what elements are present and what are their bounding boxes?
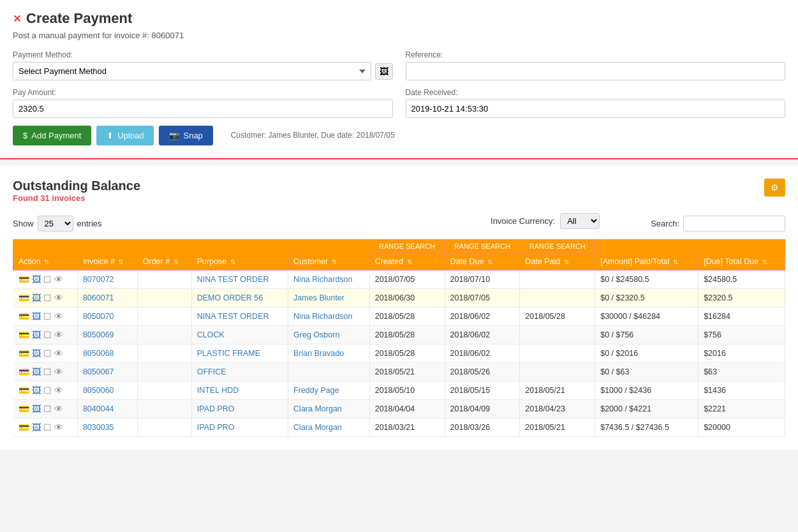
col-invoice[interactable]: Invoice # ⇅ [77,253,137,270]
customer-link[interactable]: Nina Richardson [293,312,352,321]
purpose-link[interactable]: NINA TEST ORDER [197,275,269,284]
checkbox-icon[interactable]: ☐ [43,311,52,321]
checkbox-icon[interactable]: ☐ [43,422,52,432]
view-icon[interactable]: 🖼 [32,330,41,340]
col-paid-total[interactable]: [Amount] Paid/Total ⇅ [595,253,698,270]
eye-icon[interactable]: 👁 [54,274,63,284]
pay-icon[interactable]: 💳 [18,348,29,358]
customer-link[interactable]: Nina Richardson [293,275,352,284]
purpose-link[interactable]: OFFICE [197,367,226,376]
checkbox-icon[interactable]: ☐ [43,330,52,340]
gear-button[interactable]: ⚙ [764,179,785,196]
purpose-cell: IPAD PRO [191,418,288,437]
view-icon[interactable]: 🖼 [32,367,41,377]
order-cell [137,363,191,381]
invoice-link[interactable]: 8050068 [83,349,114,358]
payment-method-select[interactable]: Select Payment Method [13,62,371,80]
col-total-due[interactable]: [Due] Total Due ⇅ [698,253,785,270]
col-order[interactable]: Order # ⇅ [137,253,191,270]
eye-icon[interactable]: 👁 [54,348,63,358]
view-icon[interactable]: 🖼 [32,311,41,321]
pay-icon[interactable]: 💳 [18,274,29,284]
eye-icon[interactable]: 👁 [54,422,63,432]
customer-link[interactable]: James Blunter [293,293,344,302]
upload-button[interactable]: ⬆ Upload [96,126,154,145]
checkbox-icon[interactable]: ☐ [43,367,52,377]
view-icon[interactable]: 🖼 [32,293,41,303]
eye-icon[interactable]: 👁 [54,293,63,303]
eye-icon[interactable]: 👁 [54,385,63,395]
table-row: 💳 🖼 ☐ 👁 8050069 CLOCK Greg Osborn 2018/0… [13,326,785,344]
invoice-link[interactable]: 8050060 [83,386,114,395]
upload-icon: ⬆ [107,131,114,140]
invoice-cell: 8030035 [77,418,137,437]
pay-icon[interactable]: 💳 [18,293,29,303]
customer-cell: Brian Bravado [288,344,370,363]
invoice-link[interactable]: 8070072 [83,275,114,284]
col-created[interactable]: Created ⇅ [369,253,445,270]
customer-link[interactable]: Clara Morgan [293,423,342,432]
invoice-link[interactable]: 8050067 [83,367,114,376]
eye-icon[interactable]: 👁 [54,311,63,321]
invoice-link[interactable]: 8060071 [83,293,114,302]
checkbox-icon[interactable]: ☐ [43,348,52,358]
created-cell: 2018/05/28 [369,344,445,363]
invoice-link[interactable]: 8050069 [83,330,114,339]
checkbox-icon[interactable]: ☐ [43,274,52,284]
purpose-link[interactable]: PLASTIC FRAME [197,349,260,358]
purpose-link[interactable]: CLOCK [197,330,225,339]
customer-link[interactable]: Freddy Page [293,386,339,395]
pay-icon[interactable]: 💳 [18,367,29,377]
view-icon[interactable]: 🖼 [32,274,41,284]
total-due-cell: $20000 [698,418,785,437]
view-icon[interactable]: 🖼 [32,348,41,358]
pay-icon[interactable]: 💳 [18,422,29,432]
pay-amount-input[interactable] [13,100,393,118]
invoice-link[interactable]: 8050070 [83,312,114,321]
pay-icon[interactable]: 💳 [18,404,29,414]
pay-icon[interactable]: 💳 [18,385,29,395]
customer-cell: Freddy Page [288,381,370,400]
customer-link[interactable]: Greg Osborn [293,330,339,339]
table-row: 💳 🖼 ☐ 👁 8050070 NINA TEST ORDER Nina Ric… [13,307,785,326]
currency-select[interactable]: All USD EUR [560,213,600,229]
paid-total-cell: $0 / $63 [595,363,698,381]
eye-icon[interactable]: 👁 [54,367,63,377]
paid-total-cell: $30000 / $46284 [595,307,698,326]
purpose-link[interactable]: IPAD PRO [197,423,235,432]
pay-icon[interactable]: 💳 [18,311,29,321]
col-purpose[interactable]: Purpose ⇅ [191,253,288,270]
view-icon[interactable]: 🖼 [32,422,41,432]
invoice-link[interactable]: 8030035 [83,423,114,432]
invoice-link[interactable]: 8040044 [83,404,114,413]
search-input[interactable] [683,216,785,232]
action-cell: 💳 🖼 ☐ 👁 [13,270,78,289]
checkbox-icon[interactable]: ☐ [43,385,52,395]
card-icon-button[interactable]: 🖼 [375,63,393,80]
purpose-link[interactable]: NINA TEST ORDER [197,312,269,321]
view-icon[interactable]: 🖼 [32,385,41,395]
snap-button[interactable]: 📷 Snap [159,126,212,145]
col-date-paid[interactable]: Date Paid ⇅ [520,253,595,270]
date-received-input[interactable] [406,100,786,118]
add-payment-button[interactable]: $ Add Payment [13,126,91,145]
customer-link[interactable]: Brian Bravado [293,349,344,358]
reference-input[interactable] [406,62,786,80]
view-icon[interactable]: 🖼 [32,404,41,414]
customer-cell: James Blunter [288,289,370,307]
purpose-link[interactable]: DEMO ORDER 56 [197,293,263,302]
customer-link[interactable]: Clara Morgan [293,404,342,413]
purpose-link[interactable]: INTEL HDD [197,386,239,395]
total-due-cell: $16284 [698,307,785,326]
close-icon[interactable]: ✕ [13,13,21,25]
checkbox-icon[interactable]: ☐ [43,404,52,414]
show-entries-select[interactable]: 25 50 100 [38,216,73,232]
eye-icon[interactable]: 👁 [54,330,63,340]
col-date-due[interactable]: Date Due ⇅ [445,253,520,270]
purpose-link[interactable]: IPAD PRO [197,404,235,413]
pay-icon[interactable]: 💳 [18,330,29,340]
checkbox-icon[interactable]: ☐ [43,293,52,303]
eye-icon[interactable]: 👁 [54,404,63,414]
col-customer[interactable]: Customer ⇅ [288,253,370,270]
total-due-cell: $2320.5 [698,289,785,307]
